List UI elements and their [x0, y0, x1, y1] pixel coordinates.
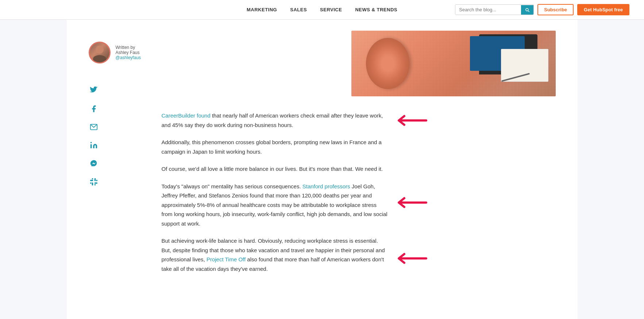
paragraph-4-intro: Today's "always on" mentality has seriou…	[162, 183, 302, 189]
arrow-annotation-3	[392, 251, 428, 266]
article-body: CareerBuilder found that nearly half of …	[162, 111, 388, 281]
slack-icon[interactable]	[89, 177, 99, 187]
facebook-icon[interactable]	[89, 104, 99, 114]
twitter-icon[interactable]	[89, 85, 99, 96]
paragraph-5: But achieving work-life balance is hard.…	[162, 236, 388, 273]
author-avatar-image	[90, 43, 109, 62]
author-avatar	[89, 42, 111, 64]
author-written-by: Written by Ashley Faus	[116, 45, 143, 55]
left-sidebar: Written by Ashley Faus @ashleyfaus	[67, 20, 154, 319]
paragraph-4-text: Joel Goh, Jeffrey Pfeffer, and Stefanos …	[162, 183, 387, 227]
get-hubspot-button[interactable]: Get HubSpot free	[577, 4, 629, 15]
author-section: Written by Ashley Faus @ashleyfaus	[89, 42, 143, 64]
messenger-icon[interactable]	[89, 158, 99, 169]
paragraph-2-wrapper: Additionally, this phenomenon crosses gl…	[162, 138, 388, 156]
paragraph-4: Today's "always on" mentality has seriou…	[162, 182, 388, 228]
notebook-rect	[501, 49, 548, 82]
paragraph-3-text: Of course, we'd all love a little more b…	[162, 166, 383, 172]
search-icon	[525, 7, 530, 12]
subscribe-button[interactable]: Subscribe	[537, 4, 574, 15]
author-handle[interactable]: @ashleyfaus	[116, 55, 143, 60]
red-arrow-2	[392, 195, 428, 210]
main-content: CareerBuilder found that nearly half of …	[154, 20, 578, 319]
svg-rect-1	[90, 144, 92, 148]
hero-image	[351, 31, 556, 96]
red-arrow-1	[392, 113, 428, 128]
search-input[interactable]	[455, 5, 521, 15]
hero-image-wrapper	[162, 31, 556, 96]
paragraph-3: Of course, we'd all love a little more b…	[162, 164, 388, 174]
social-icons	[89, 85, 143, 187]
paragraph-1-wrapper: CareerBuilder found that nearly half of …	[162, 111, 388, 130]
nav-service[interactable]: SERVICE	[320, 7, 342, 12]
red-arrow-3	[392, 251, 428, 266]
linkedin-icon[interactable]	[89, 140, 99, 150]
paragraph-3-wrapper: Of course, we'd all love a little more b…	[162, 164, 388, 174]
author-info: Written by Ashley Faus @ashleyfaus	[116, 45, 143, 60]
nav-marketing[interactable]: MARKETING	[247, 7, 277, 12]
nav-links: MARKETING SALES SERVICE NEWS & TRENDS	[247, 7, 397, 12]
paragraph-5-wrapper: But achieving work-life balance is hard.…	[162, 236, 388, 273]
project-time-off-link[interactable]: Project Time Off	[207, 256, 246, 262]
arrow-annotation-2	[392, 195, 428, 210]
navbar: MARKETING SALES SERVICE NEWS & TRENDS Su…	[0, 0, 644, 20]
arrow-annotation-1	[392, 113, 428, 128]
search-button[interactable]	[521, 5, 533, 15]
nav-news-trends[interactable]: NEWS & TRENDS	[355, 7, 397, 12]
svg-point-2	[90, 142, 92, 143]
paragraph-1: CareerBuilder found that nearly half of …	[162, 111, 388, 130]
nav-sales[interactable]: SALES	[290, 7, 307, 12]
laptop-area	[475, 34, 548, 89]
email-icon[interactable]	[89, 122, 99, 132]
stanford-professors-link[interactable]: Stanford professors	[302, 183, 350, 189]
paragraph-2: Additionally, this phenomenon crosses gl…	[162, 138, 388, 156]
career-builder-link[interactable]: CareerBuilder found	[162, 112, 211, 119]
search-wrapper	[455, 4, 534, 15]
paragraph-2-text: Additionally, this phenomenon crosses gl…	[162, 139, 382, 155]
nav-right: Subscribe Get HubSpot free	[455, 4, 629, 15]
paragraph-4-wrapper: Today's "always on" mentality has seriou…	[162, 182, 388, 228]
page-wrapper: Written by Ashley Faus @ashleyfaus	[67, 20, 578, 319]
